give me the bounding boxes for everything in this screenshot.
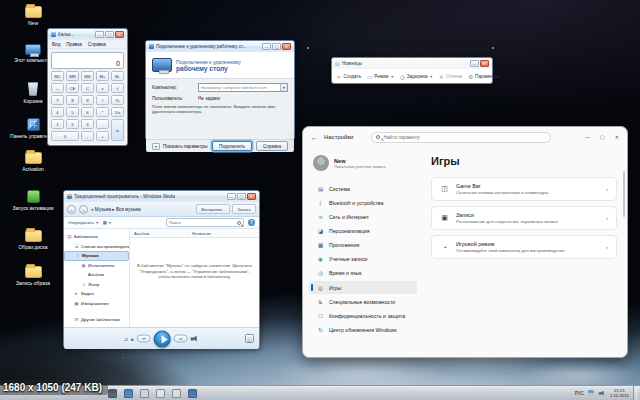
view-options-icon[interactable]: ▦ ▼ <box>103 220 112 225</box>
calc-key-=[interactable]: = <box>111 119 124 141</box>
help-button[interactable]: Справка <box>256 141 288 151</box>
help-icon[interactable]: ? <box>248 219 255 226</box>
play-button[interactable] <box>154 330 171 347</box>
settings-search-input[interactable] <box>383 135 546 140</box>
tree-item-other-libraries[interactable]: ⊞Другие библиотеки <box>64 315 129 325</box>
language-indicator[interactable]: РУС <box>575 391 584 396</box>
delay-button[interactable]: ◷Задержка▼ <box>400 74 433 80</box>
mode-button[interactable]: ▭Режим▼ <box>367 74 394 80</box>
calc-key-C[interactable]: C <box>81 83 94 93</box>
close-button[interactable]: ✕ <box>282 43 291 50</box>
settings-titlebar[interactable]: ← Настройки —▢✕ <box>303 127 627 147</box>
maximize-button[interactable]: ▢ <box>272 43 281 50</box>
taskbar-wmp-icon[interactable] <box>172 389 181 398</box>
tree-item-videos[interactable]: ▸Видео <box>64 289 129 299</box>
wmp-titlebar[interactable]: Традиционный проигрыватель - Windows Med… <box>64 191 259 202</box>
minimize-button[interactable]: — <box>262 43 271 50</box>
calculator-titlebar[interactable]: Кальк... —▢✕ <box>48 29 127 40</box>
previous-button[interactable]: ⏮ <box>137 335 151 343</box>
calc-key-%[interactable]: % <box>111 95 124 105</box>
maximize-button[interactable]: ▢ <box>600 134 605 140</box>
sidebar-item-accounts[interactable]: ◉Учетные записи <box>309 253 417 266</box>
user-profile[interactable]: New Локальная учетная запись <box>309 151 423 181</box>
card-game-mode[interactable]: ◔Игровой режимОптимизируйте свой компьют… <box>431 235 617 259</box>
sidebar-item-accessibility[interactable]: ♿Специальные возможности <box>309 295 417 308</box>
calc-key-MC[interactable]: MC <box>51 71 64 81</box>
calc-key-M+[interactable]: M+ <box>96 71 109 81</box>
chevron-down-icon[interactable]: ▼ <box>280 84 287 91</box>
calc-key-4[interactable]: 4 <box>51 107 64 117</box>
tree-item-playlists[interactable]: ☰Списки воспроизведения <box>64 242 129 252</box>
volume-icon[interactable] <box>191 335 199 342</box>
sidebar-item-network-internet[interactable]: ≋Сеть и Интернет <box>309 211 417 224</box>
tree-item-artist[interactable]: ◉Исполнитель <box>64 261 129 271</box>
snipping-titlebar[interactable]: Ножницы —✕ <box>332 58 492 69</box>
sidebar-item-system[interactable]: ▤Система <box>309 183 417 196</box>
sidebar-item-gaming[interactable]: ◎Игры <box>309 281 417 294</box>
sidebar-item-apps[interactable]: ▦Приложения <box>309 239 417 252</box>
close-button[interactable]: ✕ <box>115 31 124 38</box>
calc-key-±[interactable]: ± <box>96 83 109 93</box>
tree-item-album[interactable]: ◌Альбом <box>64 270 129 280</box>
taskbar-snipping-icon[interactable] <box>156 389 165 398</box>
maximize-button[interactable]: ▢ <box>237 193 246 200</box>
switch-to-now-playing-icon[interactable]: ◱ <box>245 334 254 343</box>
show-desktop-button[interactable] <box>633 386 638 400</box>
desktop-icon-disk-image[interactable]: Образ диска <box>4 230 62 250</box>
wmp-search-input[interactable] <box>169 220 237 225</box>
minimize-button[interactable]: — <box>585 134 590 140</box>
calc-key-MR[interactable]: MR <box>66 71 79 81</box>
options-button[interactable]: ⚙Параметры <box>468 74 499 80</box>
wmp-search[interactable] <box>166 218 244 227</box>
tree-item-genre[interactable]: ♫Жанр <box>64 280 129 290</box>
desktop-icon-activation[interactable]: Activation <box>4 152 62 172</box>
settings-search[interactable] <box>371 132 551 143</box>
sidebar-item-time-language[interactable]: ◷Время и язык <box>309 267 417 280</box>
tree-item-pictures[interactable]: ▣Изображения <box>64 299 129 309</box>
calc-key-3[interactable]: 3 <box>81 119 94 129</box>
sidebar-item-windows-update[interactable]: ↻Центр обновления Windows <box>309 324 417 337</box>
desktop-icon-activation-app[interactable]: Запуск активации <box>4 190 62 211</box>
calc-key--[interactable]: - <box>96 119 109 129</box>
calc-key-1/x[interactable]: 1/x <box>111 107 124 117</box>
calc-key-√[interactable]: √ <box>111 83 124 93</box>
computer-combobox[interactable]: Например: computer.fabrikam.com ▼ <box>198 83 288 92</box>
back-arrow-icon[interactable]: ← <box>311 134 318 141</box>
card-captures[interactable]: ▣ЗаписиРасположение для сохранения, пара… <box>431 206 617 230</box>
menu-help[interactable]: Справка <box>88 42 106 47</box>
calc-key-,[interactable]: , <box>81 131 94 141</box>
taskbar-calculator-icon[interactable] <box>140 389 149 398</box>
tab-burn[interactable]: Запись <box>232 204 256 214</box>
tray-volume-icon[interactable] <box>599 390 605 396</box>
taskbar-rdp-icon[interactable] <box>188 389 197 398</box>
connect-button[interactable]: Подключить <box>212 141 252 151</box>
action-center-shield-icon[interactable] <box>588 390 594 397</box>
tree-item-library[interactable]: ▤Библиотека <box>64 232 129 242</box>
taskbar-explorer-icon[interactable] <box>108 389 117 398</box>
breadcrumb[interactable]: « Музыка ▸ Вся музыка <box>91 207 141 212</box>
column-album[interactable]: Альбом <box>130 231 188 236</box>
calc-key-1[interactable]: 1 <box>51 119 64 129</box>
show-options-link[interactable]: Показать параметры <box>163 144 207 149</box>
calc-key-7[interactable]: 7 <box>51 95 64 105</box>
calc-key-5[interactable]: 5 <box>66 107 79 117</box>
calc-key-MS[interactable]: MS <box>81 71 94 81</box>
calc-key-M-[interactable]: M- <box>111 71 124 81</box>
clock[interactable]: 21:21 1.10.2015 <box>610 388 629 398</box>
minimize-button[interactable]: — <box>95 31 104 38</box>
shuffle-icon[interactable]: ⇄ <box>124 336 128 341</box>
calc-key-2[interactable]: 2 <box>66 119 79 129</box>
calc-key-8[interactable]: 8 <box>66 95 79 105</box>
close-button[interactable]: ✕ <box>247 193 256 200</box>
minimize-button[interactable]: — <box>227 193 236 200</box>
new-button[interactable]: ✂Создать <box>337 74 361 80</box>
close-button[interactable]: ✕ <box>480 60 489 67</box>
calc-key-←[interactable]: ← <box>51 83 64 93</box>
calc-key-6[interactable]: 6 <box>81 107 94 117</box>
stop-icon[interactable]: ■ <box>131 336 134 341</box>
menu-view[interactable]: Вид <box>52 42 60 47</box>
close-button[interactable]: ✕ <box>615 134 619 140</box>
tree-item-music[interactable]: ♪Музыка <box>64 251 129 261</box>
sidebar-item-privacy-security[interactable]: ☖Конфиденциальность и защита <box>309 309 417 322</box>
organize-menu[interactable]: Упорядочить ▼ <box>68 220 99 225</box>
